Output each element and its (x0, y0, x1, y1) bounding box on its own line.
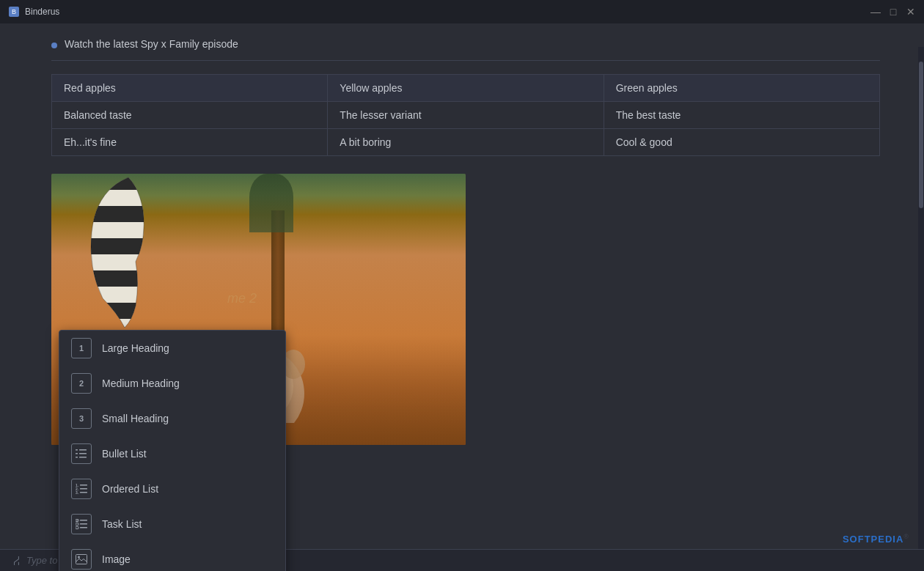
svg-rect-1 (81, 174, 169, 190)
maximize-button[interactable]: □ (889, 7, 898, 16)
svg-rect-35 (80, 523, 87, 525)
dropdown-menu: 1Large Heading2Medium Heading3Small Head… (59, 330, 286, 571)
horizontal-rule (51, 60, 880, 61)
menu-item-bullet-list[interactable]: Bullet List (59, 436, 285, 471)
menu-icon-task-list (71, 514, 92, 534)
svg-rect-25 (79, 457, 87, 458)
menu-label-task-list: Task List (102, 518, 142, 530)
svg-rect-20 (76, 449, 78, 451)
table-cell-1-0: Balanced taste (52, 102, 328, 129)
menu-item-task-list[interactable]: Task List (59, 506, 285, 542)
menu-label-bullet-list: Bullet List (102, 448, 147, 460)
menu-icon-bullet-list (71, 443, 92, 464)
menu-label-image: Image (102, 553, 131, 565)
menu-label-large-heading: Large Heading (102, 342, 169, 354)
svg-rect-22 (76, 453, 78, 454)
svg-rect-21 (79, 449, 87, 451)
svg-point-39 (78, 556, 80, 559)
content-area: Watch the latest Spy x Family episode Re… (0, 23, 924, 571)
scrollbar-thumb[interactable] (919, 62, 923, 208)
svg-text:3.: 3. (76, 490, 79, 494)
bullet-text: Watch the latest Spy x Family episode (65, 38, 238, 50)
title-bar: B Binderus — □ ✕ (0, 0, 924, 23)
menu-label-small-heading: Small Heading (102, 413, 169, 424)
svg-rect-5 (81, 303, 169, 319)
svg-rect-38 (76, 555, 87, 564)
app-title: Binderus (25, 7, 59, 17)
filter-icon: ⌥ (12, 556, 22, 566)
watermark-text: SOFTPEDIA (843, 534, 903, 545)
svg-rect-29 (80, 488, 87, 490)
menu-icon-ordered-list: 1. 2. 3. (71, 479, 92, 499)
table-cell-0-2: Green apples (604, 75, 879, 102)
menu-item-small-heading[interactable]: 3Small Heading (59, 401, 285, 436)
menu-item-large-heading[interactable]: 1Large Heading (59, 331, 285, 366)
svg-rect-24 (76, 457, 78, 458)
menu-icon-large-heading: 1 (71, 338, 92, 358)
svg-rect-31 (80, 492, 87, 493)
table-cell-1-2: The best taste (604, 102, 879, 129)
watermark: SOFTPEDIA® (843, 533, 909, 545)
menu-item-image[interactable]: Image (59, 542, 285, 571)
title-bar-left: B Binderus (9, 7, 59, 17)
svg-rect-27 (80, 485, 87, 486)
table-row: Balanced tasteThe lesser variantThe best… (52, 102, 880, 129)
menu-icon-image (71, 549, 92, 570)
menu-icon-small-heading: 3 (71, 408, 92, 429)
apple-table: Red applesYellow applesGreen applesBalan… (51, 74, 880, 156)
table-row: Red applesYellow applesGreen apples (52, 75, 880, 102)
app-icon: B (9, 7, 19, 17)
minimize-button[interactable]: — (871, 7, 880, 16)
table-cell-2-1: A bit boring (328, 129, 604, 156)
svg-rect-3 (81, 238, 169, 254)
svg-rect-23 (79, 453, 87, 454)
scrollbar[interactable] (918, 47, 924, 571)
menu-item-medium-heading[interactable]: 2Medium Heading (59, 366, 285, 401)
table-cell-1-1: The lesser variant (328, 102, 604, 129)
table-row: Eh...it's fineA bit boringCool & good (52, 129, 880, 156)
window-controls: — □ ✕ (871, 7, 915, 16)
bullet-dot (51, 43, 57, 48)
bullet-list-item: Watch the latest Spy x Family episode (51, 38, 880, 50)
table-cell-2-2: Cool & good (604, 129, 879, 156)
table-cell-2-0: Eh...it's fine (52, 129, 328, 156)
svg-rect-37 (80, 527, 87, 528)
menu-label-ordered-list: Ordered List (102, 483, 158, 495)
svg-rect-36 (76, 527, 78, 529)
menu-item-ordered-list[interactable]: 1. 2. 3. Ordered List (59, 471, 285, 506)
menu-label-medium-heading: Medium Heading (102, 377, 180, 389)
svg-rect-33 (80, 520, 87, 521)
table-cell-0-1: Yellow apples (328, 75, 604, 102)
table-cell-0-0: Red apples (52, 75, 328, 102)
close-button[interactable]: ✕ (906, 7, 915, 16)
menu-icon-medium-heading: 2 (71, 373, 92, 394)
svg-rect-34 (76, 523, 78, 526)
